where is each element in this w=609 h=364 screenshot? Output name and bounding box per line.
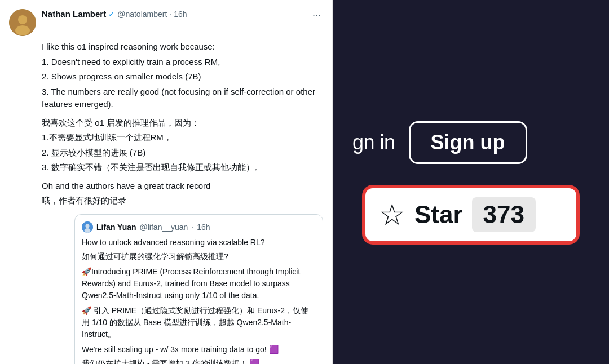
post-meta: Nathan Lambert ✓ @natolambert · 16h [42, 9, 304, 19]
quoted-line-1: How to unlock advanced reasoning via sca… [82, 237, 316, 248]
sign-in-text: gn in [352, 131, 395, 154]
post-line-5: Oh and the authors have a great track re… [42, 180, 323, 193]
verified-icon: ✓ [108, 10, 115, 19]
quoted-separator: · [191, 221, 193, 233]
post-header: Nathan Lambert ✓ @natolambert · 16h ··· [9, 9, 323, 36]
quoted-avatar [82, 221, 93, 233]
post-line-1: I like this o1 inspired reasoning work b… [42, 41, 323, 54]
quoted-line-4: 🚀 引入 PRIME（通过隐式奖励进行过程强化）和 Eurus-2，仅使用 1/… [82, 305, 316, 340]
quoted-line-3: 🚀Introducing PRIME (Process Reinforcemen… [82, 266, 316, 301]
svg-point-4 [86, 224, 90, 228]
svg-point-5 [85, 228, 91, 233]
quoted-line-5: We're still scaling up - w/ 3x more trai… [82, 344, 316, 356]
author-handle: @natolambert [117, 10, 167, 19]
star-button-container[interactable]: ☆ Star 373 [364, 187, 578, 243]
post-line-4: 3. The numbers are really good (not focu… [42, 86, 323, 111]
more-options-button[interactable]: ··· [310, 9, 323, 21]
avatar-image [9, 9, 36, 36]
author-line: Nathan Lambert ✓ @natolambert · 16h [42, 9, 304, 19]
quoted-author-handle: @lifan__yuan [140, 221, 188, 233]
quoted-author-name: Lifan Yuan [96, 221, 136, 233]
star-label: Star [414, 201, 463, 229]
post-time: 16h [174, 10, 187, 19]
tweet-panel: Nathan Lambert ✓ @natolambert · 16h ··· … [0, 0, 333, 364]
quoted-tweet: Lifan Yuan @lifan__yuan · 16h How to unl… [74, 214, 323, 365]
star-icon: ☆ [379, 198, 405, 232]
quoted-line-2: 如何通过可扩展的强化学习解锁高级推理? [82, 251, 316, 263]
svg-point-2 [15, 25, 30, 35]
separator: · [169, 10, 171, 19]
post-chinese-5: 哦，作者有很好的记录 [42, 194, 323, 207]
right-panel: gn in Sign up ☆ Star 373 [333, 0, 609, 364]
star-count: 373 [472, 197, 536, 232]
quoted-time: 16h [197, 221, 210, 233]
quoted-header: Lifan Yuan @lifan__yuan · 16h [82, 221, 316, 233]
post-chinese-4: 3. 数字确实不错（不关注是否出现自我修正或其他功能）。 [42, 161, 323, 174]
post-content: I like this o1 inspired reasoning work b… [42, 41, 323, 364]
quoted-line-6: 我们仍在扩大规模 - 需要增加 3 倍的训练数据！ 🟪 [82, 358, 316, 365]
auth-row: gn in Sign up [352, 121, 589, 164]
post-chinese-3: 2. 显示较小模型的进展 (7B) [42, 147, 323, 159]
sign-up-button[interactable]: Sign up [409, 121, 527, 164]
avatar [9, 9, 36, 36]
post-chinese-1: 我喜欢这个受 o1 启发的推理作品，因为： [42, 117, 323, 130]
author-name: Nathan Lambert [42, 9, 106, 19]
post-chinese-2: 1.不需要显式地训练一个进程RM， [42, 131, 323, 144]
post-line-2: 1. Doesn't need to explicitly train a pr… [42, 56, 323, 69]
svg-point-1 [18, 15, 27, 24]
quoted-content: How to unlock advanced reasoning via sca… [82, 237, 316, 365]
post-line-3: 2. Shows progress on smaller models (7B) [42, 70, 323, 83]
